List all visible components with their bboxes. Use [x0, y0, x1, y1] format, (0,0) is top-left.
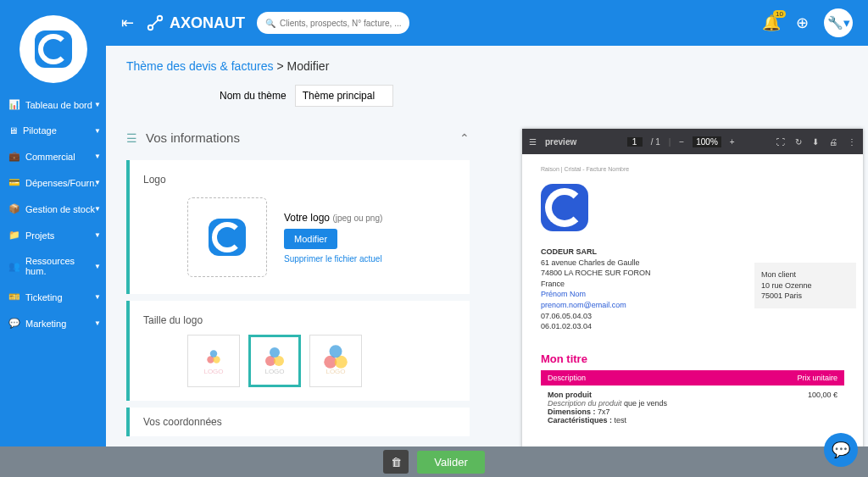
- more-icon[interactable]: ⋮: [848, 137, 856, 147]
- nav-label: Marketing: [25, 319, 66, 329]
- logo-size-title: Taille du logo: [143, 314, 456, 326]
- nav-label: Projets: [25, 230, 54, 241]
- chevron-down-icon: ▼: [94, 293, 101, 301]
- chevron-down-icon: ▼: [94, 179, 101, 186]
- chevron-down-icon: ▼: [94, 263, 101, 270]
- nav-label: Ticketing: [25, 292, 63, 302]
- section-title: Vos informations: [146, 130, 240, 145]
- coords-block[interactable]: Vos coordonnées: [126, 408, 470, 436]
- logo-label: Votre logo: [284, 212, 330, 224]
- content: Thème des devis & factures > Modifier No…: [106, 46, 868, 446]
- nav-icon: 🖥: [8, 125, 18, 136]
- chevron-down-icon: ▼: [94, 319, 101, 327]
- nav-icon: 💼: [8, 151, 20, 162]
- preview-table-row: Mon produit100,00 € Description du produ…: [541, 385, 844, 430]
- search-box[interactable]: 🔍: [257, 12, 409, 34]
- preview-doc-head: Raison | Cristal - Facture Nombre: [541, 166, 844, 172]
- breadcrumb: Thème des devis & factures > Modifier: [126, 59, 848, 73]
- user-menu[interactable]: 🔧▾: [824, 8, 853, 37]
- preview-label: preview: [545, 137, 576, 147]
- top-bar: ⇤ AXONAUT 🔍 🔔10 ⊕ 🔧▾: [106, 0, 868, 46]
- chevron-down-icon: ▼: [94, 153, 101, 160]
- nav-icon: 📊: [8, 99, 20, 110]
- notifications-badge: 10: [773, 10, 786, 18]
- nav-icon: 💬: [8, 318, 20, 329]
- page-total: / 1: [651, 137, 660, 147]
- preview-client: Mon client 10 rue Ozenne 75001 Paris: [754, 263, 856, 308]
- section-informations[interactable]: ☰ Vos informations ⌃: [126, 122, 470, 153]
- menu-collapse-icon[interactable]: ⇤: [121, 14, 134, 32]
- preview-logo: [541, 184, 588, 231]
- sidebar-item-3[interactable]: 💳Dépenses/Fourn.▼: [0, 169, 106, 196]
- sidebar-item-7[interactable]: 🎫Ticketing▼: [0, 284, 106, 310]
- search-input[interactable]: [280, 19, 401, 28]
- chevron-down-icon: ▼: [94, 231, 101, 239]
- logo-block-title: Logo: [143, 174, 456, 186]
- sidebar-item-2[interactable]: 💼Commercial▼: [0, 143, 106, 169]
- nav-icon: 📦: [8, 203, 20, 214]
- rotate-icon[interactable]: ↻: [795, 137, 802, 147]
- chevron-up-icon: ⌃: [459, 131, 470, 145]
- pdf-preview: ☰ preview / 1 | − 100% + ⛶ ↻ ⬇ 🖨 ⋮ Raiso…: [522, 129, 863, 446]
- chevron-down-icon: ▼: [94, 127, 101, 135]
- delete-button[interactable]: 🗑: [383, 450, 409, 474]
- app-logo[interactable]: [19, 15, 87, 83]
- zoom-level[interactable]: 100%: [693, 136, 721, 147]
- fit-page-icon[interactable]: ⛶: [776, 137, 785, 147]
- download-icon[interactable]: ⬇: [812, 137, 819, 147]
- zoom-out-icon[interactable]: −: [679, 137, 684, 147]
- nav-label: Ressources hum.: [25, 256, 97, 276]
- validate-button[interactable]: Valider: [417, 451, 485, 474]
- sidebar-item-6[interactable]: 👥Ressources hum.▼: [0, 248, 106, 284]
- logo-block: Logo Votre logo (jpeg ou png) Modifier S…: [126, 160, 470, 294]
- zoom-in-icon[interactable]: +: [730, 137, 735, 147]
- page-current-input[interactable]: [627, 137, 643, 147]
- notifications-icon[interactable]: 🔔10: [762, 14, 781, 32]
- sliders-icon: ☰: [126, 131, 137, 145]
- logo-size-small[interactable]: LOGO: [187, 335, 240, 387]
- logo-size-block: Taille du logo LOGO LOGO LOGO: [126, 301, 470, 401]
- sidebar-item-5[interactable]: 📁Projets▼: [0, 222, 106, 248]
- nav-icon: 📁: [8, 230, 20, 241]
- nav-icon: 🎫: [8, 291, 20, 302]
- breadcrumb-link[interactable]: Thème des devis & factures: [126, 59, 274, 73]
- theme-name-input[interactable]: [295, 85, 393, 107]
- breadcrumb-current: Modifier: [287, 59, 330, 73]
- logo-hint: (jpeg ou png): [332, 214, 382, 223]
- preview-toolbar: ☰ preview / 1 | − 100% + ⛶ ↻ ⬇ 🖨 ⋮: [522, 129, 863, 154]
- print-icon[interactable]: 🖨: [829, 137, 837, 147]
- chevron-down-icon: ▼: [94, 205, 101, 213]
- add-icon[interactable]: ⊕: [796, 14, 809, 32]
- action-bar: 🗑 Valider: [0, 446, 868, 477]
- chevron-down-icon: ▼: [94, 101, 101, 108]
- coords-title: Vos coordonnées: [143, 416, 456, 428]
- intercom-launcher[interactable]: 💬: [824, 433, 858, 467]
- brand-text: AXONAUT: [170, 14, 245, 32]
- logo-size-medium[interactable]: LOGO: [248, 335, 301, 387]
- delete-logo-link[interactable]: Supprimer le fichier actuel: [284, 254, 382, 263]
- sidebar: 📊Tableau de bord▼🖥Pilotage▼💼Commercial▼💳…: [0, 0, 106, 477]
- nav-icon: 👥: [8, 261, 20, 272]
- sidebar-item-0[interactable]: 📊Tableau de bord▼: [0, 92, 106, 118]
- preview-page: Raison | Cristal - Facture Nombre CODEUR…: [522, 154, 863, 441]
- nav-label: Commercial: [25, 152, 75, 162]
- sidebar-toggle-icon[interactable]: ☰: [529, 137, 537, 147]
- nav-label: Gestion de stock: [25, 204, 95, 214]
- search-icon: 🔍: [265, 19, 275, 28]
- nav-label: Pilotage: [23, 125, 57, 136]
- nav-label: Dépenses/Fourn.: [25, 178, 97, 188]
- sidebar-item-1[interactable]: 🖥Pilotage▼: [0, 118, 106, 143]
- brand[interactable]: AXONAUT: [146, 14, 245, 32]
- sidebar-item-4[interactable]: 📦Gestion de stock▼: [0, 196, 106, 222]
- preview-title: Mon titre: [541, 352, 844, 365]
- theme-name-label: Nom du thème: [220, 90, 287, 102]
- preview-table-header: DescriptionPrix unitaire: [541, 370, 844, 385]
- modify-logo-button[interactable]: Modifier: [284, 229, 337, 249]
- sidebar-item-8[interactable]: 💬Marketing▼: [0, 310, 106, 336]
- logo-size-large[interactable]: LOGO: [309, 335, 362, 387]
- nav-icon: 💳: [8, 177, 20, 188]
- logo-dropzone[interactable]: [187, 197, 267, 277]
- nav-label: Tableau de bord: [25, 100, 92, 110]
